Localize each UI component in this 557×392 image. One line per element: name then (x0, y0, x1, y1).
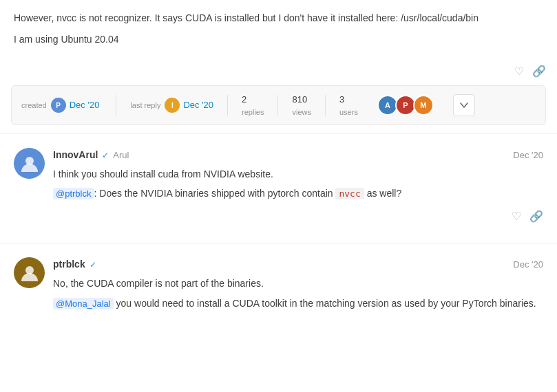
meta-last-reply: last reply I Dec '20 (130, 98, 213, 113)
meta-users: 3 users (339, 93, 358, 118)
reply1-author-info: InnovArul ✓ Arul (53, 148, 129, 162)
users-count: 3 (339, 93, 344, 107)
reply1-trust-icon: ✓ (102, 149, 109, 162)
reply1-text-after-code: as well? (367, 188, 402, 199)
reply1-avatar-image (20, 154, 39, 173)
chevron-down-icon (460, 102, 468, 108)
reply1-content: InnovArul ✓ Arul Dec '20 I think you sho… (53, 148, 543, 228)
reply1-text-2: @ptrblck: Does the NVIDIA binaries shipp… (53, 186, 543, 202)
last-reply-avatar: I (165, 98, 180, 113)
reply1-body: I think you should install cuda from NVI… (53, 166, 543, 202)
reply2-text-2: @Mona_Jalal you would need to install a … (53, 296, 543, 312)
post-text-line2: I am using Ubuntu 20.04 (14, 32, 543, 47)
reply2-author-name[interactable]: ptrblck (53, 257, 85, 272)
views-label: views (292, 107, 311, 118)
reply2-content: ptrblck ✓ Dec '20 No, the CUDA compiler … (53, 257, 543, 315)
reply2-avatar (14, 257, 45, 288)
meta-views: 810 views (292, 93, 311, 118)
reply2-body: No, the CUDA compiler is not part of the… (53, 276, 543, 311)
reply1-inline-code: nvcc (335, 188, 364, 199)
reply1-actions: ♡ 🔗 (53, 206, 543, 228)
expand-button[interactable] (453, 94, 475, 116)
reply2-header: ptrblck ✓ Dec '20 (53, 257, 543, 272)
reply2-date: Dec '20 (513, 258, 543, 272)
post-container: However, nvcc is not recognizer. It says… (0, 0, 557, 322)
reply1-author-name[interactable]: InnovArul (53, 148, 98, 162)
like-icon[interactable]: ♡ (514, 63, 524, 80)
creator-avatar: P (51, 98, 66, 113)
user-avatar-3: M (413, 95, 434, 116)
reply-post-1: InnovArul ✓ Arul Dec '20 I think you sho… (0, 133, 557, 235)
reply2-mention[interactable]: @Mona_Jalal (53, 298, 114, 309)
created-date[interactable]: Dec '20 (70, 98, 100, 112)
created-label: created (21, 100, 47, 111)
reply-post-2: ptrblck ✓ Dec '20 No, the CUDA compiler … (0, 243, 557, 322)
users-label: users (339, 107, 358, 118)
meta-separator-2 (227, 95, 228, 116)
post-text-line1: However, nvcc is not recognizer. It says… (14, 11, 543, 25)
reply1-avatar (14, 148, 45, 179)
reply1-like-icon[interactable]: ♡ (512, 208, 521, 225)
reply1-header: InnovArul ✓ Arul Dec '20 (53, 148, 543, 162)
views-count: 810 (292, 93, 307, 107)
reply2-avatar-image (20, 263, 39, 283)
reply2-author-info: ptrblck ✓ (53, 257, 96, 272)
reply1-link-icon[interactable]: 🔗 (529, 208, 543, 225)
replies-count: 2 (242, 93, 246, 107)
meta-separator-1 (116, 95, 116, 116)
reply2-trust-icon: ✓ (90, 259, 96, 271)
meta-separator-4 (325, 95, 326, 116)
reply2-text-after-mention: you would need to install a CUDA toolkit… (116, 298, 536, 309)
reply1-handle: Arul (113, 149, 129, 162)
replies-label: replies (242, 107, 264, 118)
reply1-text-1: I think you should install cuda from NVI… (53, 166, 543, 182)
last-reply-label: last reply (130, 100, 160, 111)
reply1-mention[interactable]: @ptrblck (53, 188, 94, 199)
meta-replies: 2 replies (242, 93, 264, 118)
reply1-text-after-mention: : Does the NVIDIA binaries shipped with … (94, 188, 333, 199)
meta-separator-3 (277, 95, 278, 116)
reply2-text-1: No, the CUDA compiler is not part of the… (53, 276, 543, 291)
share-link-icon[interactable]: 🔗 (532, 63, 546, 80)
post-body: However, nvcc is not recognizer. It says… (0, 0, 557, 61)
post-meta-bar: created P Dec '20 last reply I Dec '20 2… (11, 85, 546, 125)
last-reply-date[interactable]: Dec '20 (183, 98, 213, 112)
avatars-group: A P M (377, 95, 434, 116)
post-actions: ♡ 🔗 (0, 61, 557, 85)
meta-created: created P Dec '20 (21, 98, 99, 113)
reply1-date: Dec '20 (513, 149, 543, 162)
